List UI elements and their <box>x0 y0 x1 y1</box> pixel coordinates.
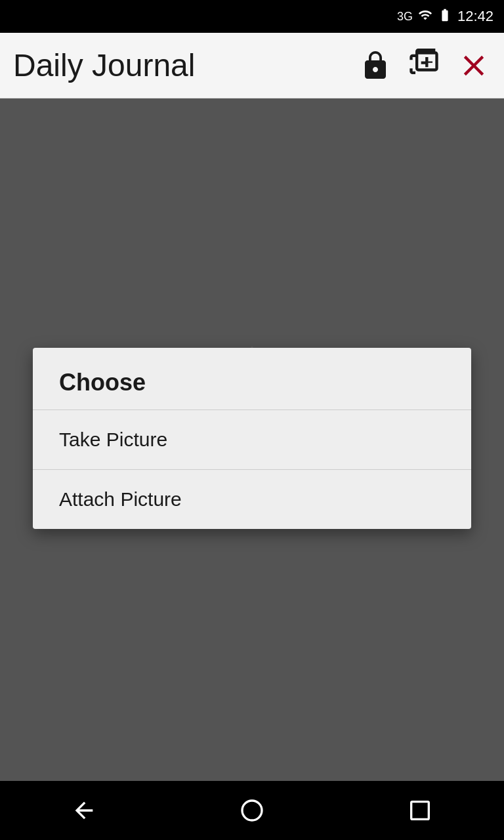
take-picture-option[interactable]: Take Picture <box>33 410 471 469</box>
choose-dialog: Choose Take Picture Attach Picture <box>33 348 471 529</box>
battery-icon <box>438 8 452 26</box>
lock-button[interactable] <box>360 50 391 81</box>
svg-point-2 <box>242 801 262 820</box>
signal-bars-icon <box>418 8 432 26</box>
attach-picture-option[interactable]: Attach Picture <box>33 470 471 529</box>
nav-bar <box>0 781 504 840</box>
back-button[interactable] <box>71 797 97 824</box>
dialog-title: Choose <box>33 348 471 410</box>
home-button[interactable] <box>239 797 265 824</box>
add-photo-button[interactable] <box>407 49 441 83</box>
close-button[interactable] <box>457 49 491 83</box>
status-bar: 3G 12:42 <box>0 0 504 33</box>
app-title: Daily Journal <box>13 47 360 83</box>
time-display: 12:42 <box>457 8 494 25</box>
signal-icon: 3G <box>397 10 413 24</box>
app-bar-actions <box>360 49 491 83</box>
svg-rect-3 <box>411 802 429 820</box>
app-bar: Daily Journal <box>0 33 504 98</box>
main-content: Choose Take Picture Attach Picture <box>0 98 504 807</box>
recents-button[interactable] <box>407 797 433 824</box>
